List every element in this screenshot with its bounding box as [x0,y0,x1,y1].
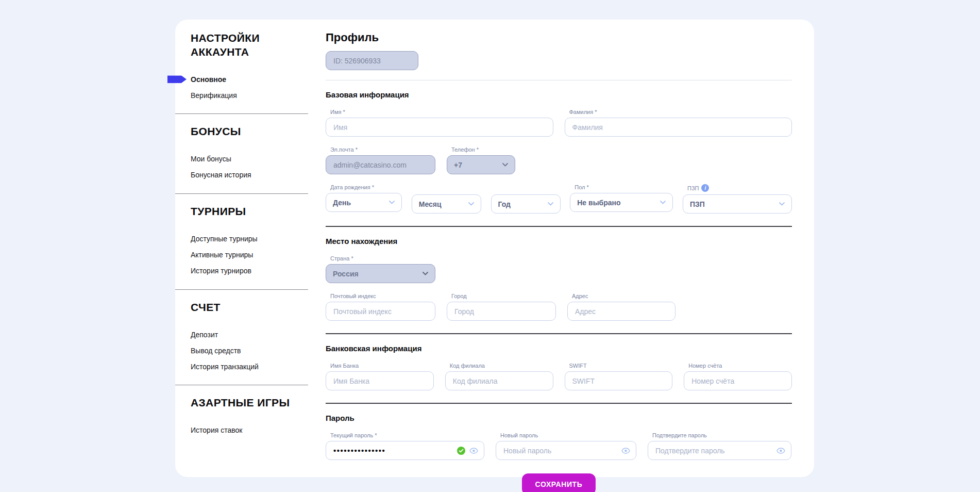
info-icon[interactable]: i [701,184,709,192]
sidebar-item-main[interactable]: Основное [191,71,308,87]
select-value: ПЗП [690,200,705,208]
sidebar: НАСТРОЙКИ АККАУНТА Основное Верификация … [175,20,308,477]
select-value: Месяц [419,200,442,208]
save-button[interactable]: СОХРАНИТЬ [522,473,596,492]
country-label: Страна * [330,255,435,261]
sidebar-item-deposit[interactable]: Депозит [191,326,308,342]
sidebar-item-verification[interactable]: Верификация [191,87,308,103]
account-number-field[interactable] [684,371,792,390]
section-heading-bank: Банковская информация [326,344,792,353]
sidebar-section-title: СЧЕТ [191,301,299,315]
branch-code-field[interactable] [445,371,553,390]
confirm-password-group: Подтвердите пароль [648,432,791,460]
divider [326,226,792,227]
sidebar-item-bonus-history[interactable]: Бонусная история [191,167,308,183]
swift-field[interactable] [565,371,673,390]
valid-check-icon [457,447,465,455]
last-name-field[interactable] [565,118,792,137]
sidebar-item-label: Верификация [191,91,237,100]
postal-label: Почтовый индекс [330,293,435,299]
postal-field[interactable] [326,302,435,321]
dob-year-select[interactable]: Год [491,194,561,214]
new-password-label: Новый пароль [500,432,636,438]
sidebar-item-label: Бонусная история [191,171,251,179]
branch-code-group: Код филиала [445,363,553,390]
sidebar-item-label: Основное [191,75,226,84]
phone-group: Телефон * +7 [447,146,515,174]
active-arrow-icon [167,75,187,83]
account-number-group: Номер счёта [684,363,792,390]
current-password-group: Текущий пароль * [326,432,484,460]
sidebar-item-tournament-history[interactable]: История турниров [191,263,308,279]
account-id-field [326,51,418,70]
pzp-group: ПЗП i ПЗП [683,184,792,214]
first-name-label: Имя * [330,109,553,115]
last-name-group: Фамилия * [565,109,792,137]
divider [326,403,792,404]
country-select[interactable]: Россия [326,264,435,283]
eye-icon[interactable] [776,448,785,454]
address-label: Адрес [572,293,675,299]
sidebar-item-active-tournaments[interactable]: Активные турниры [191,247,308,263]
sidebar-item-my-bonuses[interactable]: Мои бонусы [191,151,308,167]
divider [326,80,792,80]
dob-day-select[interactable]: День [326,193,402,212]
select-value: Россия [333,270,359,278]
eye-icon[interactable] [621,448,630,454]
confirm-password-field[interactable] [648,441,791,460]
account-settings-panel: НАСТРОЙКИ АККАУНТА Основное Верификация … [175,20,814,477]
sidebar-item-label: История турниров [191,267,251,275]
gender-select[interactable]: Не выбрано [570,193,673,212]
dob-label: Дата рождения * [330,184,402,190]
new-password-group: Новый пароль [496,432,636,460]
email-label: Эл.почта * [330,146,435,153]
account-number-label: Номер счёта [688,363,792,369]
first-name-group: Имя * [326,109,553,137]
sidebar-section-title: АЗАРТНЫЕ ИГРЫ [191,396,299,410]
sidebar-item-label: Мои бонусы [191,155,231,163]
branch-code-label: Код филиала [450,363,553,369]
chevron-down-icon [502,163,508,167]
dob-month-select[interactable]: Месяц [412,194,481,214]
profile-content: Профиль Базовая информация Имя * Фамилия… [308,20,814,477]
last-name-label: Фамилия * [569,109,792,115]
sidebar-item-withdrawal[interactable]: Вывод средств [191,342,308,358]
sidebar-item-label: История ставок [191,426,242,434]
gender-group: Пол * Не выбрано [570,184,673,214]
select-value: Не выбрано [577,199,620,207]
email-group: Эл.почта * [326,146,435,174]
sidebar-item-available-tournaments[interactable]: Доступные турниры [191,231,308,247]
address-group: Адрес [567,293,675,321]
sidebar-item-label: Доступные турниры [191,235,258,243]
sidebar-item-label: Депозит [191,331,218,339]
city-label: Город [451,293,556,299]
eye-icon[interactable] [469,448,478,454]
new-password-field[interactable] [496,441,636,460]
bank-name-field[interactable] [326,371,434,390]
phone-label: Телефон * [451,146,515,153]
pzp-label: ПЗП i [687,184,792,192]
current-password-label: Текущий пароль * [330,432,484,438]
sidebar-item-label: История транзакций [191,363,259,371]
sidebar-section-title: ТУРНИРЫ [191,205,299,219]
postal-group: Почтовый индекс [326,293,435,321]
dob-month-group: Месяц [412,184,481,214]
sidebar-item-transaction-history[interactable]: История транзакций [191,358,308,374]
chevron-down-icon [423,272,428,275]
pzp-select[interactable]: ПЗП [683,194,792,214]
select-value: День [333,199,351,207]
sidebar-section-account-balance: СЧЕТ Депозит Вывод средств История транз… [175,301,308,386]
first-name-field[interactable] [326,118,553,137]
divider [326,333,792,334]
phone-code-select[interactable]: +7 [447,155,515,174]
confirm-password-label: Подтвердите пароль [652,432,791,438]
country-group: Страна * Россия [326,255,435,283]
city-field[interactable] [447,302,556,321]
sidebar-section-title: БОНУСЫ [191,125,299,139]
sidebar-item-label: Активные турниры [191,251,253,259]
chevron-down-icon [468,202,474,206]
select-value: Год [498,200,511,208]
pzp-label-text: ПЗП [687,185,699,191]
sidebar-item-bet-history[interactable]: История ставок [191,422,308,438]
address-field[interactable] [567,302,675,321]
